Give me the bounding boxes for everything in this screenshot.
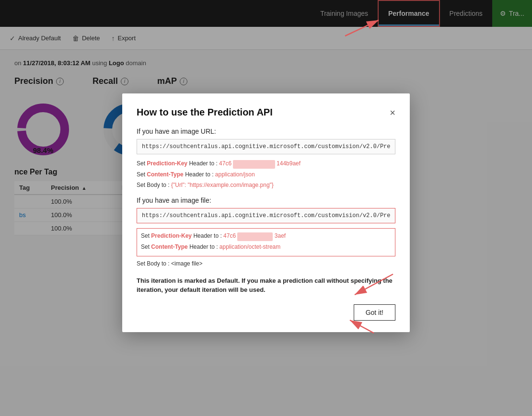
prediction-key-url-header: Set Prediction-Key Header to : 47c6 144b…	[137, 159, 395, 169]
content-type-value: application/json	[215, 171, 255, 178]
modal-notice: This iteration is marked as Default. If …	[137, 276, 395, 295]
file-api-key-start: 47c6	[223, 232, 236, 239]
file-api-key-end: 3aef	[275, 232, 286, 239]
modal-footer: Got it!	[137, 304, 395, 321]
prediction-key-file-header: Set Prediction-Key Header to : 47c6 3aef	[141, 231, 391, 241]
api-key-redacted	[233, 160, 275, 169]
prediction-key-file-label: Prediction-Key	[151, 232, 192, 239]
image-url-input[interactable]	[137, 139, 395, 154]
content-type-label: Content-Type	[147, 171, 183, 178]
content-type-file-value: application/octet-stream	[220, 243, 280, 250]
api-key-start: 47c6	[219, 160, 231, 167]
file-api-key-redacted	[237, 232, 273, 241]
image-file-url-input[interactable]	[137, 208, 395, 223]
body-url-info: Set Body to : {"Url": "https://example.c…	[137, 181, 395, 190]
url-section-label: If you have an image URL:	[137, 127, 395, 135]
content-type-url-header: Set Content-Type Header to : application…	[137, 170, 395, 179]
prediction-api-modal: How to use the Prediction API × If you h…	[122, 93, 410, 332]
modal-header: How to use the Prediction API ×	[137, 107, 395, 118]
file-section-label: If you have an image file:	[137, 196, 395, 204]
content-type-file-label: Content-Type	[151, 243, 187, 250]
got-it-button[interactable]: Got it!	[354, 304, 395, 321]
api-key-end: 144b9aef	[277, 160, 301, 167]
content-type-file-header: Set Content-Type Header to : application…	[141, 243, 391, 252]
file-headers-boxed: Set Prediction-Key Header to : 47c6 3aef…	[137, 228, 395, 256]
prediction-key-label: Prediction-Key	[147, 160, 187, 167]
body-value: {"Url": "https://example.com/image.png"}	[171, 182, 274, 188]
body-file-value: Set Body to : <image file>	[137, 260, 202, 267]
modal-title: How to use the Prediction API	[137, 107, 273, 118]
modal-close-button[interactable]: ×	[390, 107, 395, 117]
body-file-info: Set Body to : <image file>	[137, 259, 395, 268]
